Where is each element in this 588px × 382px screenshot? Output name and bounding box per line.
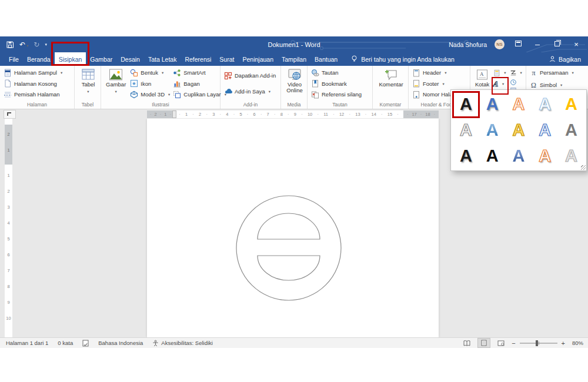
text-box-button[interactable]: A Kotak bbox=[474, 68, 490, 88]
wordart-style-outline-orange-inner[interactable]: A bbox=[532, 143, 558, 169]
indent-marker[interactable] bbox=[172, 110, 176, 118]
qat-customize-button[interactable]: ▾ bbox=[45, 42, 47, 46]
cover-page-button[interactable]: Halaman Sampul bbox=[4, 68, 62, 78]
user-name[interactable]: Nada Shofura bbox=[449, 41, 487, 48]
button-label: Tautan bbox=[322, 68, 339, 78]
wordart-button[interactable]: A bbox=[493, 79, 506, 89]
wordart-style-gradient-blue-reflection[interactable]: A bbox=[479, 118, 506, 143]
quick-parts-button[interactable] bbox=[493, 68, 506, 78]
word-count[interactable]: 0 kata bbox=[58, 340, 73, 346]
shapes-button[interactable]: Bentuk bbox=[130, 68, 170, 78]
wordart-style-gradient-blue[interactable]: A bbox=[506, 143, 532, 169]
status-bar: Halaman 1 dari 1 0 kata Bahasa Indonesia… bbox=[0, 337, 588, 348]
wordart-style-fill-gold[interactable]: A bbox=[558, 92, 584, 118]
tab-beranda[interactable]: Beranda bbox=[23, 52, 55, 66]
zoom-out-button[interactable]: − bbox=[512, 340, 515, 347]
page-indicator[interactable]: Halaman 1 dari 1 bbox=[6, 340, 48, 346]
wordart-style-fill-blue-accent1[interactable]: A bbox=[479, 92, 506, 118]
web-layout-button[interactable] bbox=[495, 338, 507, 348]
table-button[interactable]: Tabel bbox=[80, 68, 96, 95]
bookmark-icon bbox=[311, 79, 319, 88]
wordart-sample-letter: A bbox=[460, 122, 472, 139]
wordart-style-fill-black-innershadow[interactable]: A bbox=[453, 143, 479, 169]
wordart-style-outline-orange[interactable]: A bbox=[506, 92, 532, 118]
tab-gambar[interactable]: Gambar bbox=[86, 52, 116, 66]
screenshot-button[interactable]: Cuplikan Layar bbox=[173, 89, 226, 99]
wordart-gallery-panel: AAAAAAAAAAAAAAA bbox=[450, 89, 587, 171]
undo-button[interactable]: ↶ bbox=[19, 41, 28, 48]
icons-button[interactable]: Ikon bbox=[130, 79, 170, 89]
chart-button[interactable]: Bagan bbox=[173, 79, 226, 89]
page-break-button[interactable]: Pemisah Halaman bbox=[4, 89, 62, 99]
model-3d-button[interactable]: Model 3D bbox=[130, 89, 170, 99]
cross-reference-button[interactable]: Referensi silang bbox=[311, 89, 362, 99]
picture-button[interactable]: Gambar bbox=[105, 68, 127, 95]
zoom-in-button[interactable]: + bbox=[562, 340, 565, 347]
smartart-button[interactable]: SmartArt bbox=[173, 68, 226, 78]
language-indicator[interactable]: Bahasa Indonesia bbox=[98, 340, 143, 346]
print-layout-button[interactable] bbox=[477, 338, 490, 348]
tab-bantuan[interactable]: Bantuan bbox=[310, 52, 342, 66]
group-label: Komentar bbox=[373, 101, 408, 109]
ruler-tick: · bbox=[360, 112, 372, 117]
blank-page-button[interactable]: Halaman Kosong bbox=[4, 79, 62, 89]
bookmark-button[interactable]: Bookmark bbox=[311, 79, 362, 89]
ribbon-display-options-button[interactable] bbox=[512, 36, 524, 52]
group-label: Tautan bbox=[308, 101, 372, 109]
footer-button[interactable]: Footer bbox=[412, 79, 469, 89]
equation-button[interactable]: π Persamaan bbox=[530, 68, 574, 78]
wordart-style-fill-black-shadow[interactable]: A bbox=[453, 92, 479, 118]
signature-line-button[interactable] bbox=[510, 68, 522, 78]
group-label: Halaman bbox=[0, 101, 74, 109]
date-time-button[interactable] bbox=[510, 79, 522, 86]
horizontal-ruler[interactable]: ·2·1· ·1·2·3·4·5·6·7·8·9·10·11·12·13·14·… bbox=[147, 110, 439, 118]
get-addins-button[interactable]: Dapatkan Add-in bbox=[224, 71, 276, 81]
zoom-slider[interactable] bbox=[520, 343, 557, 344]
tab-peninjauan[interactable]: Peninjauan bbox=[238, 52, 278, 66]
online-video-button[interactable]: Video Online bbox=[285, 68, 305, 94]
zoom-slider-thumb[interactable] bbox=[536, 340, 538, 346]
read-mode-button[interactable] bbox=[460, 338, 473, 348]
redo-button[interactable]: ↻ bbox=[34, 41, 39, 48]
restore-button[interactable] bbox=[551, 36, 563, 52]
wordart-style-fill-gold-outline[interactable]: A bbox=[506, 118, 532, 143]
panel-resize-handle[interactable] bbox=[581, 165, 586, 170]
wordart-style-fill-gray-50[interactable]: A bbox=[558, 118, 584, 143]
tab-surat[interactable]: Surat bbox=[215, 52, 238, 66]
link-button[interactable]: Tautan bbox=[311, 68, 362, 78]
wordart-style-outline-blue-pattern[interactable]: A bbox=[532, 118, 558, 143]
minimize-button[interactable] bbox=[532, 36, 543, 52]
close-button[interactable]: × bbox=[570, 36, 582, 52]
wordart-sample-letter: A bbox=[486, 148, 499, 165]
ruler-tick: · bbox=[283, 112, 294, 117]
comment-button[interactable]: Komentar bbox=[377, 68, 404, 88]
zoom-percentage[interactable]: 80% bbox=[569, 340, 583, 346]
tab-referensi[interactable]: Referensi bbox=[181, 52, 215, 66]
header-button[interactable]: Header bbox=[412, 68, 469, 78]
tab-file[interactable]: File bbox=[5, 52, 23, 66]
tab-tata-letak[interactable]: Tata Letak bbox=[144, 52, 181, 66]
proofing-status[interactable] bbox=[82, 340, 89, 347]
wordart-style-outline-gray[interactable]: A bbox=[453, 118, 479, 143]
text-box-icon: A bbox=[476, 68, 488, 81]
wordart-style-fill-black-heavy[interactable]: A bbox=[479, 143, 506, 169]
tab-tampilan[interactable]: Tampilan bbox=[278, 52, 310, 66]
ruler-tick: · bbox=[296, 112, 308, 117]
tab-desain[interactable]: Desain bbox=[116, 52, 144, 66]
share-button[interactable]: Bagikan bbox=[549, 52, 581, 66]
person-icon bbox=[549, 56, 556, 62]
symbol-button[interactable]: Ω Simbol bbox=[530, 80, 574, 90]
tab-sisipkan[interactable]: Sisipkan bbox=[55, 52, 86, 66]
ruler-tick: · bbox=[392, 112, 403, 117]
wordart-style-outline-lightblue-shadow[interactable]: A bbox=[532, 92, 558, 118]
online-video-icon bbox=[288, 68, 302, 81]
my-addins-button[interactable]: Add-in Saya bbox=[224, 86, 276, 96]
tab-selector-button[interactable] bbox=[4, 110, 16, 119]
proofing-icon bbox=[82, 340, 89, 347]
ruler-number: 10 bbox=[308, 112, 312, 117]
accessibility-status[interactable]: Aksesibilitas: Selidiki bbox=[152, 340, 213, 347]
tell-me-box[interactable]: Beri tahu yang ingin Anda lakukan bbox=[351, 52, 455, 66]
button-label: SmartArt bbox=[183, 68, 205, 78]
save-icon[interactable] bbox=[6, 41, 14, 49]
user-avatar[interactable]: NS bbox=[495, 39, 505, 49]
